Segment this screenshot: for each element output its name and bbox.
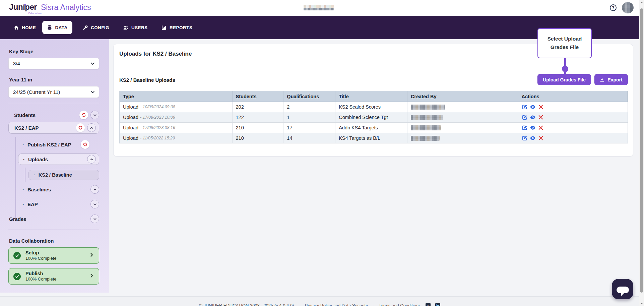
- baselines-expand-button[interactable]: [90, 185, 99, 194]
- footer-separator: -: [299, 303, 300, 306]
- edit-icon[interactable]: [521, 135, 528, 141]
- publish-refresh-button[interactable]: [81, 140, 89, 149]
- table-row: Upload- 17/08/2023 08:16 210 17 Addn KS4…: [120, 123, 628, 133]
- cell-type: Upload- 11/05/2022 15:29: [120, 133, 233, 143]
- scroll-down-arrow[interactable]: [639, 301, 644, 306]
- x-social-icon[interactable]: X: [426, 303, 431, 306]
- footer-separator: -: [373, 303, 374, 306]
- setup-title: Setup: [25, 250, 84, 256]
- nav-home[interactable]: HOME: [13, 16, 36, 39]
- chevron-down-icon: [90, 89, 95, 95]
- year-select[interactable]: 24/25 (Current Yr 11): [8, 86, 99, 98]
- upload-button-label: Upload Grades File: [543, 77, 586, 82]
- nav-reports[interactable]: REPORTS: [161, 16, 192, 39]
- chevron-up-icon: [89, 157, 94, 162]
- key-stage-select[interactable]: 3/4: [8, 58, 99, 69]
- table-row: Upload- 11/05/2022 15:29 210 14 KS4 Targ…: [120, 133, 628, 143]
- nav-users[interactable]: USERS: [123, 16, 148, 39]
- students-refresh-button[interactable]: [79, 111, 88, 119]
- sidebar-item-eap[interactable]: EAP: [22, 200, 99, 208]
- footer-privacy-link[interactable]: Privacy Policy and Data Security: [305, 303, 368, 306]
- upload-grades-file-button[interactable]: Upload Grades File: [537, 74, 591, 85]
- export-button[interactable]: Export: [594, 74, 628, 85]
- cell-created-by: [407, 102, 518, 112]
- nav-config[interactable]: CONFIG: [82, 16, 109, 39]
- col-header-created-by: Created By: [407, 91, 518, 102]
- footer-terms-link[interactable]: Terms and Conditions: [379, 303, 421, 306]
- cell-title: Addn KS4 Targets: [335, 123, 407, 133]
- cell-actions: [518, 112, 628, 122]
- col-header-title: Title: [335, 91, 407, 102]
- sidebar-item-ks2-eap[interactable]: KS2 / EAP: [8, 122, 99, 134]
- cell-timestamp: - 11/05/2022 15:29: [140, 136, 175, 140]
- delete-icon[interactable]: [537, 104, 544, 110]
- cell-type: Upload- 10/09/2024 09:08: [120, 102, 233, 112]
- scroll-up-arrow[interactable]: [639, 0, 644, 5]
- edit-icon[interactable]: [521, 114, 528, 121]
- students-label: Students: [14, 112, 79, 118]
- cell-students: 210: [233, 123, 284, 133]
- publish-title: Publish: [25, 270, 84, 277]
- wrench-icon: [82, 25, 88, 30]
- refresh-icon: [81, 113, 86, 117]
- cell-qualifications: 2: [283, 102, 335, 112]
- view-icon[interactable]: [529, 124, 536, 131]
- sidebar-item-ks2-baseline[interactable]: KS2 / Baseline: [28, 170, 99, 180]
- nav-config-label: CONFIG: [91, 25, 109, 30]
- publish-ks2-eap-label: Publish KS2 / EAP: [27, 142, 81, 147]
- view-icon[interactable]: [529, 104, 536, 110]
- grades-expand-button[interactable]: [90, 215, 99, 223]
- ks2-eap-refresh-button[interactable]: [76, 123, 85, 132]
- uploads-label: Uploads: [28, 157, 87, 162]
- chat-widget-button[interactable]: [612, 279, 633, 299]
- delete-icon[interactable]: [537, 124, 544, 131]
- cell-title: KS2 Scaled Scores: [335, 102, 407, 112]
- cell-students: 122: [233, 112, 284, 122]
- nav-data-label: DATA: [55, 25, 67, 30]
- edit-icon[interactable]: [521, 124, 528, 131]
- col-header-actions: Actions: [518, 91, 628, 102]
- scrollbar-thumb[interactable]: [640, 8, 643, 293]
- view-icon[interactable]: [529, 135, 536, 141]
- ks2-eap-collapse-button[interactable]: [87, 123, 96, 132]
- refresh-icon: [83, 142, 87, 147]
- juniper-logo[interactable]: Juniper Education: [9, 2, 41, 14]
- sidebar-item-grades[interactable]: Grades: [9, 215, 99, 223]
- section-title: KS2 / Baseline Uploads: [119, 77, 175, 83]
- year-label: Year 11 in: [9, 77, 32, 82]
- linkedin-icon[interactable]: in: [435, 303, 440, 306]
- sidebar-item-uploads[interactable]: Uploads: [18, 154, 99, 165]
- collab-card-publish[interactable]: Publish 100% Complete: [8, 268, 99, 285]
- sidebar-item-publish-ks2-eap[interactable]: Publish KS2 / EAP: [22, 140, 89, 149]
- top-header: Juniper Education Sisra Analytics ?: [0, 0, 639, 16]
- edit-icon[interactable]: [521, 104, 528, 110]
- nav-data-active[interactable]: DATA: [42, 21, 72, 34]
- created-by-redacted: [411, 115, 443, 120]
- users-icon: [123, 25, 129, 30]
- view-icon[interactable]: [529, 114, 536, 121]
- chevron-up-icon: [89, 126, 94, 130]
- chevron-right-icon: [89, 252, 94, 259]
- students-expand-button[interactable]: [90, 111, 99, 119]
- sidebar-item-baselines[interactable]: Baselines: [22, 185, 99, 194]
- collab-card-setup[interactable]: Setup 100% Complete: [8, 247, 99, 264]
- nav-reports-label: REPORTS: [170, 25, 192, 30]
- nav-users-label: USERS: [131, 25, 148, 30]
- user-avatar[interactable]: [622, 2, 634, 13]
- eap-label: EAP: [27, 201, 90, 207]
- home-icon: [13, 25, 19, 30]
- table-row: Upload- 17/08/2023 10:09 122 1 Combined …: [120, 112, 628, 123]
- cell-qualifications: 14: [283, 133, 335, 143]
- sidebar-item-students[interactable]: Students: [14, 111, 99, 119]
- delete-icon[interactable]: [537, 135, 544, 141]
- uploads-collapse-button[interactable]: [87, 155, 96, 164]
- vertical-scrollbar[interactable]: [639, 0, 644, 306]
- help-icon[interactable]: ?: [610, 4, 617, 11]
- delete-icon[interactable]: [537, 114, 544, 121]
- cell-timestamp: - 17/08/2023 08:16: [140, 125, 175, 130]
- publish-status: 100% Complete: [25, 277, 84, 282]
- eap-expand-button[interactable]: [90, 200, 99, 208]
- card-divider: [119, 65, 627, 65]
- tooltip-select-upload: Select Upload Grades File: [537, 28, 592, 58]
- uploads-table: Type Students Qualifications Title Creat…: [119, 91, 628, 143]
